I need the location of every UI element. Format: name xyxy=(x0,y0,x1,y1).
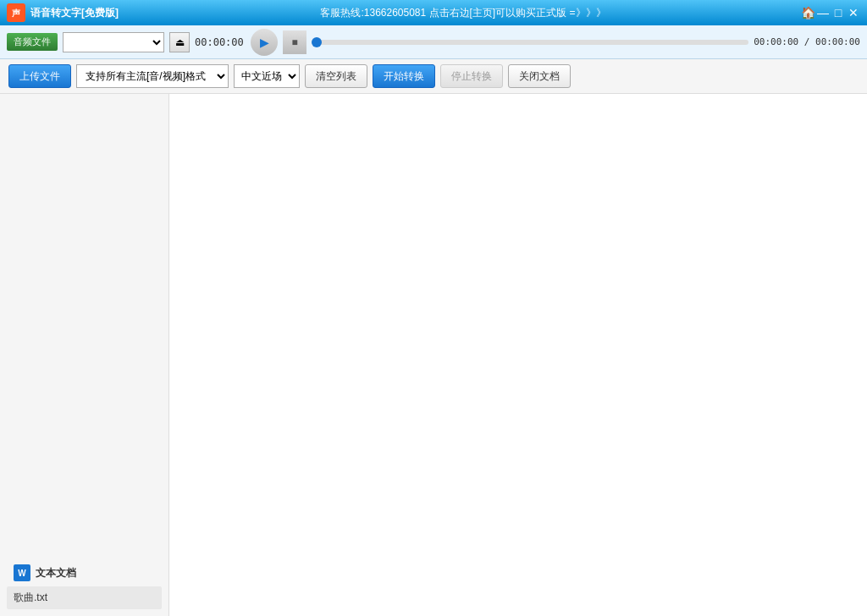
window-controls: 🏠 — □ ✕ xyxy=(801,6,860,19)
word-icon: W xyxy=(14,564,30,581)
eject-icon: ⏏ xyxy=(175,36,185,48)
main-window: 音频文件 ⏏ 00:00:00 ▶ ■ 00:00:00 / 00:00:00 … xyxy=(0,25,867,616)
sidebar-text-doc-label: 文本文档 xyxy=(36,566,76,580)
sidebar-file-item[interactable]: 歌曲.txt xyxy=(7,586,162,609)
sidebar-text-label: W 文本文档 xyxy=(7,559,162,586)
format-select[interactable]: 支持所有主流[音/视频]格式 MP3 WAV MP4 AVI xyxy=(76,64,229,88)
upload-button[interactable]: 上传文件 xyxy=(8,64,71,88)
app-logo: 声 xyxy=(7,3,25,22)
duration-display: 00:00:00 / 00:00:00 xyxy=(754,36,860,47)
play-button[interactable]: ▶ xyxy=(251,29,278,56)
svg-text:声: 声 xyxy=(12,8,21,18)
close-button[interactable]: ✕ xyxy=(847,6,860,19)
main-content xyxy=(169,94,867,616)
stop-button[interactable]: ■ xyxy=(283,30,306,54)
sidebar: W 文本文档 歌曲.txt xyxy=(0,94,169,616)
eject-button[interactable]: ⏏ xyxy=(169,32,190,52)
stop-convert-button[interactable]: 停止转换 xyxy=(440,64,503,88)
play-icon: ▶ xyxy=(260,36,269,49)
start-convert-button[interactable]: 开始转换 xyxy=(373,64,435,88)
stop-icon: ■ xyxy=(291,36,297,48)
file-dropdown[interactable] xyxy=(63,32,164,52)
maximize-button[interactable]: □ xyxy=(831,6,845,19)
time-start: 00:00:00 xyxy=(195,36,246,48)
close-doc-button[interactable]: 关闭文档 xyxy=(508,64,571,88)
hotline-text: 客服热线:13662605081 点击右边[主页]可以购买正式版 =》》》 xyxy=(125,6,801,20)
file-label-badge: 音频文件 xyxy=(7,33,58,51)
transport-bar: 音频文件 ⏏ 00:00:00 ▶ ■ 00:00:00 / 00:00:00 xyxy=(0,25,867,59)
logo-icon: 声 xyxy=(7,3,25,22)
svg-text:W: W xyxy=(18,569,26,578)
toolbar: 上传文件 支持所有主流[音/视频]格式 MP3 WAV MP4 AVI 中文近场… xyxy=(0,59,867,94)
home-button[interactable]: 🏠 xyxy=(801,6,815,19)
content-area: W 文本文档 歌曲.txt xyxy=(0,94,867,616)
lang-select[interactable]: 中文近场 中文远场 英文 粤语 xyxy=(234,64,300,88)
progress-indicator xyxy=(312,37,322,47)
sidebar-text-section: W 文本文档 歌曲.txt xyxy=(0,553,168,616)
clear-button[interactable]: 清空列表 xyxy=(305,64,367,88)
title-bar: 声 语音转文字[免费版] 客服热线:13662605081 点击右边[主页]可以… xyxy=(0,0,867,25)
app-title: 语音转文字[免费版] xyxy=(30,6,119,20)
progress-bar[interactable] xyxy=(312,40,748,45)
minimize-button[interactable]: — xyxy=(816,6,830,19)
